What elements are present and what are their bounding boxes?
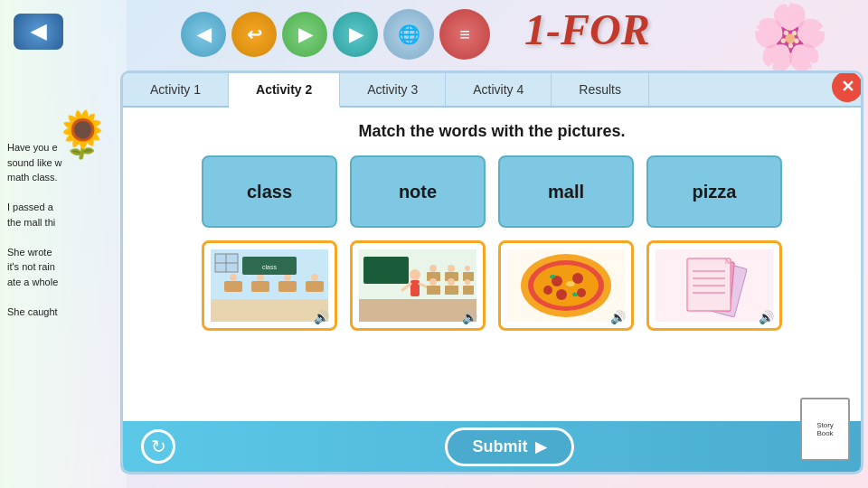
svg-point-33 — [465, 279, 470, 285]
prev-icon: ◀ — [197, 23, 211, 45]
word-card-mall[interactable]: mall — [498, 155, 634, 228]
sound-icon-3[interactable]: 🔊 — [610, 310, 626, 324]
close-button[interactable]: ✕ — [832, 71, 863, 102]
text-line5: I passed a — [7, 202, 53, 212]
back-icon: ◀ — [31, 20, 46, 43]
svg-rect-8 — [306, 281, 324, 292]
text-line3: math class. — [7, 172, 58, 183]
refresh-icon: ↻ — [151, 436, 166, 457]
word-card-note[interactable]: note — [350, 155, 486, 228]
svg-rect-49 — [687, 258, 731, 311]
next-page-button[interactable]: ▶ — [333, 12, 378, 57]
refresh-button[interactable]: ↻ — [141, 429, 175, 464]
text-line12: She caught — [7, 306, 58, 317]
text-line9: it's not rain — [7, 261, 55, 272]
modal-content: Match the words with the pictures. class… — [123, 108, 861, 360]
book-thumbnail: StoryBook — [800, 398, 850, 461]
svg-rect-6 — [251, 281, 269, 292]
menu-icon: ≡ — [459, 24, 470, 45]
svg-point-41 — [577, 288, 586, 297]
close-icon: ✕ — [841, 77, 854, 97]
svg-point-28 — [429, 265, 437, 272]
svg-point-29 — [448, 265, 455, 272]
sound-icon-1[interactable]: 🔊 — [314, 310, 329, 324]
svg-rect-19 — [410, 280, 420, 296]
svg-point-37 — [533, 265, 599, 306]
instruction-text: Match the words with the pictures. — [141, 122, 843, 141]
image-card-2[interactable]: 🔊 — [350, 240, 486, 331]
activity-modal: Activity 1 Activity 2 Activity 3 Activit… — [120, 70, 863, 474]
svg-rect-5 — [224, 281, 242, 292]
top-navigation: ◀ ↩ ▶ ▶ 🌐 ≡ — [181, 9, 823, 60]
play-icon: ▶ — [298, 23, 312, 45]
svg-rect-27 — [463, 286, 474, 295]
svg-point-31 — [429, 278, 437, 286]
svg-point-10 — [257, 274, 264, 281]
sound-icon-4[interactable]: 🔊 — [759, 310, 774, 324]
image-card-3[interactable]: 🔊 — [498, 240, 634, 331]
svg-point-9 — [230, 274, 237, 281]
svg-point-32 — [448, 278, 455, 286]
image-card-4[interactable]: 🔊 — [646, 240, 782, 331]
tab-bar: Activity 1 Activity 2 Activity 3 Activit… — [123, 73, 861, 108]
back-button[interactable]: ◀ — [14, 14, 63, 50]
svg-text:class: class — [262, 264, 277, 270]
word-card-class[interactable]: class — [202, 155, 337, 228]
svg-rect-26 — [445, 286, 458, 295]
read-aloud-button[interactable]: ▶ — [282, 12, 327, 57]
language-button[interactable]: 🌐 — [383, 9, 434, 60]
image-cards-row: class 🔊 — [141, 240, 843, 331]
left-panel: 🌻 Have you e sound like w math class. I … — [0, 0, 127, 488]
tab-activity3[interactable]: Activity 3 — [340, 73, 446, 106]
restart-icon: ↩ — [247, 23, 262, 45]
svg-rect-16 — [359, 299, 476, 322]
svg-point-42 — [543, 286, 552, 295]
text-line6: the mall thi — [7, 217, 55, 228]
sound-icon-2[interactable]: 🔊 — [462, 310, 477, 324]
tab-activity2[interactable]: Activity 2 — [229, 73, 340, 108]
submit-label: Submit — [473, 437, 528, 456]
svg-rect-0 — [211, 299, 328, 322]
word-cards-row: class note mall pizza — [141, 155, 843, 228]
svg-point-40 — [556, 289, 567, 300]
svg-rect-17 — [363, 257, 409, 284]
pizza-image — [507, 249, 625, 322]
tab-activity1[interactable]: Activity 1 — [123, 73, 229, 106]
globe-icon: 🌐 — [398, 23, 420, 45]
note-image — [656, 249, 773, 322]
submit-arrow-icon: ▶ — [535, 438, 546, 455]
text-line1: Have you e — [7, 142, 58, 153]
svg-point-11 — [284, 274, 291, 281]
image-card-1[interactable]: class 🔊 — [202, 240, 337, 331]
word-card-pizza[interactable]: pizza — [646, 155, 782, 228]
svg-point-12 — [311, 274, 318, 281]
next-icon: ▶ — [349, 23, 363, 45]
classroom-image: class — [211, 249, 328, 322]
tab-activity4[interactable]: Activity 4 — [446, 73, 552, 106]
activities-button[interactable]: ≡ — [439, 9, 490, 60]
tab-results[interactable]: Results — [552, 73, 649, 106]
svg-point-30 — [465, 266, 470, 271]
svg-rect-25 — [427, 286, 440, 295]
svg-point-18 — [410, 269, 420, 280]
text-line10: ate a whole — [7, 277, 58, 287]
submit-button[interactable]: Submit ▶ — [445, 427, 574, 466]
text-line8: She wrote — [7, 247, 52, 258]
svg-point-45 — [566, 281, 575, 286]
app-title: 1-FOR — [524, 5, 650, 54]
svg-rect-7 — [278, 281, 297, 292]
classroom2-image — [359, 249, 476, 322]
story-text: Have you e sound like w math class. I pa… — [7, 140, 120, 319]
text-line2: sound like w — [7, 157, 62, 168]
restart-button[interactable]: ↩ — [231, 12, 277, 57]
bottom-bar: ↻ Submit ▶ — [123, 421, 861, 472]
prev-page-button[interactable]: ◀ — [181, 12, 226, 57]
